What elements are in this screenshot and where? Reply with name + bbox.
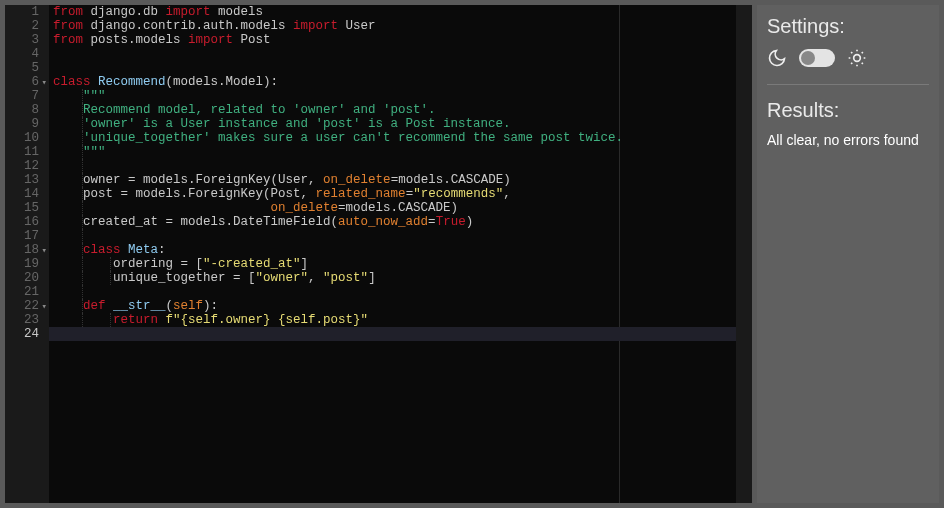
svg-point-0 — [854, 55, 861, 62]
code-line[interactable]: from django.contrib.auth.models import U… — [49, 19, 736, 33]
code-line[interactable] — [49, 285, 736, 299]
line-number: 2 — [5, 19, 49, 33]
code-line[interactable]: from django.db import models — [49, 5, 736, 19]
separator — [767, 84, 929, 85]
code-line[interactable]: class Meta: — [49, 243, 736, 257]
line-number: 4 — [5, 47, 49, 61]
code-line[interactable]: ordering = ["-created_at"] — [49, 257, 736, 271]
line-number: 8 — [5, 103, 49, 117]
line-number: 24 — [5, 327, 49, 341]
line-number: 16 — [5, 215, 49, 229]
code-line[interactable]: unique_together = ["owner", "post"] — [49, 271, 736, 285]
code-line[interactable]: Recommend model, related to 'owner' and … — [49, 103, 736, 117]
theme-toggle[interactable] — [799, 49, 835, 67]
line-number: 1 — [5, 5, 49, 19]
settings-heading: Settings: — [767, 15, 929, 38]
line-number: 12 — [5, 159, 49, 173]
fold-marker-icon[interactable]: ▾ — [42, 244, 47, 258]
code-line[interactable]: from posts.models import Post — [49, 33, 736, 47]
line-number-gutter: 123456▾789101112131415161718▾19202122▾23… — [5, 5, 49, 503]
code-area[interactable]: from django.db import modelsfrom django.… — [49, 5, 736, 503]
theme-toggle-row — [767, 48, 929, 68]
code-line[interactable]: 'owner' is a User instance and 'post' is… — [49, 117, 736, 131]
line-number: 22▾ — [5, 299, 49, 313]
line-number: 10 — [5, 131, 49, 145]
line-number: 19 — [5, 257, 49, 271]
fold-marker-icon[interactable]: ▾ — [42, 300, 47, 314]
line-number: 11 — [5, 145, 49, 159]
line-number: 14 — [5, 187, 49, 201]
line-number: 9 — [5, 117, 49, 131]
line-number: 20 — [5, 271, 49, 285]
code-line[interactable] — [49, 159, 736, 173]
line-number: 23 — [5, 313, 49, 327]
fold-marker-icon[interactable]: ▾ — [42, 76, 47, 90]
line-number: 21 — [5, 285, 49, 299]
line-number: 15 — [5, 201, 49, 215]
moon-icon — [767, 48, 787, 68]
code-editor[interactable]: 123456▾789101112131415161718▾19202122▾23… — [5, 5, 752, 503]
code-line[interactable]: owner = models.ForeignKey(User, on_delet… — [49, 173, 736, 187]
line-number: 18▾ — [5, 243, 49, 257]
line-number: 7 — [5, 89, 49, 103]
line-number: 5 — [5, 61, 49, 75]
results-text: All clear, no errors found — [767, 132, 929, 148]
results-heading: Results: — [767, 99, 929, 122]
editor-scrollbar[interactable] — [736, 5, 752, 503]
toggle-knob — [801, 51, 815, 65]
line-number: 17 — [5, 229, 49, 243]
code-line[interactable]: created_at = models.DateTimeField(auto_n… — [49, 215, 736, 229]
code-line[interactable] — [49, 327, 736, 341]
code-line[interactable] — [49, 61, 736, 75]
line-number: 13 — [5, 173, 49, 187]
line-number: 6▾ — [5, 75, 49, 89]
code-line[interactable]: """ — [49, 89, 736, 103]
code-line[interactable]: return f"{self.owner} {self.post}" — [49, 313, 736, 327]
code-line[interactable]: 'unique_together' makes sure a user can'… — [49, 131, 736, 145]
sun-icon — [847, 48, 867, 68]
code-line[interactable] — [49, 229, 736, 243]
line-number: 3 — [5, 33, 49, 47]
code-line[interactable]: on_delete=models.CASCADE) — [49, 201, 736, 215]
code-line[interactable]: """ — [49, 145, 736, 159]
code-line[interactable]: class Recommend(models.Model): — [49, 75, 736, 89]
sidebar: Settings: Results: All clear, no errors … — [757, 5, 939, 503]
code-line[interactable]: post = models.ForeignKey(Post, related_n… — [49, 187, 736, 201]
code-line[interactable] — [49, 47, 736, 61]
code-line[interactable]: def __str__(self): — [49, 299, 736, 313]
